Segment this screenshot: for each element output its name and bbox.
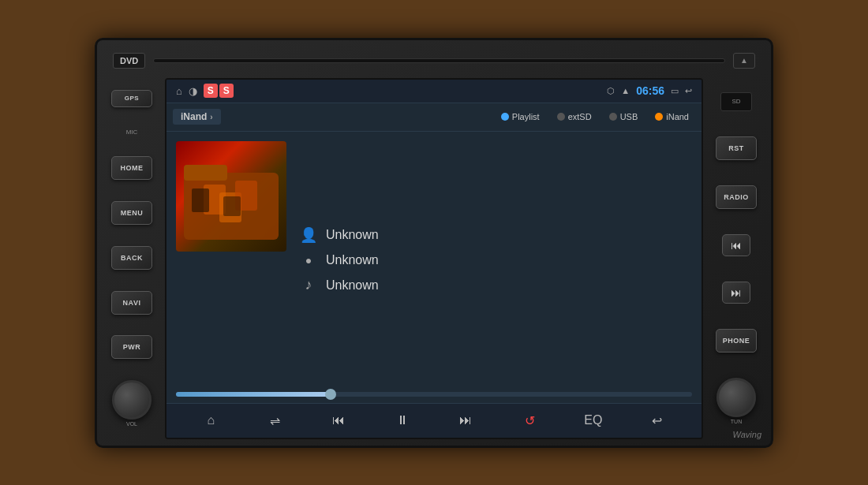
status-left-icons: ⌂ ◑ S S bbox=[176, 84, 234, 98]
album-row: ● Unknown bbox=[299, 253, 692, 267]
tab-group: Playlist extSD USB iNand bbox=[495, 110, 695, 124]
menu-button[interactable]: MENU bbox=[111, 201, 152, 225]
back-button[interactable]: BACK bbox=[111, 246, 152, 270]
home-icon: ⌂ bbox=[176, 85, 182, 97]
home-button[interactable]: HOME bbox=[111, 156, 152, 180]
sd-slot: SD bbox=[720, 92, 752, 111]
ss-logo: S S bbox=[204, 84, 234, 98]
home-ctrl-button[interactable]: ⌂ bbox=[196, 406, 225, 435]
ss-badge-1: S bbox=[204, 84, 218, 98]
status-right-icons: ⬡ ▲ 06:56 ▭ ↩ bbox=[607, 84, 692, 97]
left-panel: GPS MIC HOME MENU BACK NAVI PWR VOL bbox=[103, 78, 160, 439]
tab-label-extsd: extSD bbox=[568, 112, 592, 121]
tab-dot-inand bbox=[655, 113, 663, 121]
time-display: 06:56 bbox=[636, 84, 664, 97]
progress-thumb bbox=[325, 389, 336, 400]
watermark: Waving bbox=[733, 430, 761, 439]
back-ctrl-button[interactable]: ↩ bbox=[643, 406, 672, 435]
car-unit: DVD ▲ GPS MIC HOME MENU BACK NAVI PWR bbox=[95, 38, 773, 448]
back-nav-icon: ↩ bbox=[685, 86, 692, 96]
progress-bar[interactable] bbox=[176, 392, 692, 397]
album-text: Unknown bbox=[326, 253, 379, 267]
status-bar: ⌂ ◑ S S ⬡ ▲ 06:56 ▭ ↩ bbox=[166, 80, 702, 103]
svg-rect-1 bbox=[184, 165, 227, 181]
gps-button[interactable]: GPS bbox=[111, 90, 152, 107]
artist-text: Unknown bbox=[326, 228, 379, 242]
tab-label-inand: iNand bbox=[666, 112, 689, 121]
music-icon: ♪ bbox=[299, 277, 318, 293]
tab-inand[interactable]: iNand bbox=[649, 110, 695, 124]
progress-fill bbox=[176, 392, 331, 397]
rst-button[interactable]: RST bbox=[716, 136, 757, 160]
phone-button[interactable]: PHONE bbox=[716, 329, 757, 353]
ss-badge-2: S bbox=[219, 84, 234, 98]
artist-icon: 👤 bbox=[299, 226, 318, 244]
tab-dot-extsd bbox=[557, 113, 565, 121]
tuning-knob[interactable] bbox=[716, 378, 756, 417]
main-section: GPS MIC HOME MENU BACK NAVI PWR VOL bbox=[103, 78, 765, 439]
content-area: 👤 Unknown ● Unknown ♪ Unknown bbox=[166, 132, 702, 389]
play-pause-button[interactable]: ⏸ bbox=[388, 406, 417, 435]
tun-label: TUN bbox=[731, 419, 742, 424]
pwr-button[interactable]: PWR bbox=[111, 335, 152, 359]
prev-button[interactable]: ⏮ bbox=[324, 406, 353, 435]
volume-knob[interactable] bbox=[112, 380, 152, 420]
right-panel: SD RST RADIO ⏮ ⏭ PHONE TUN bbox=[708, 78, 765, 439]
top-strip: DVD ▲ bbox=[103, 47, 765, 75]
tab-label-playlist: Playlist bbox=[512, 112, 540, 121]
title-row: ♪ Unknown bbox=[299, 277, 692, 293]
mic-label: MIC bbox=[126, 129, 138, 136]
eject-button[interactable]: ▲ bbox=[733, 53, 755, 69]
source-label[interactable]: iNand › bbox=[173, 109, 221, 125]
source-arrow: › bbox=[210, 113, 212, 121]
album-art-svg bbox=[176, 141, 286, 252]
title-text: Unknown bbox=[326, 278, 379, 293]
next-button[interactable]: ⏭ bbox=[451, 406, 480, 435]
dvd-label: DVD bbox=[113, 53, 145, 69]
album-art bbox=[176, 141, 286, 252]
controls-bar: ⌂ ⇌ ⏮ ⏸ ⏭ ↺ EQ ↩ bbox=[166, 403, 702, 438]
tab-extsd[interactable]: extSD bbox=[551, 110, 598, 124]
track-info: 👤 Unknown ● Unknown ♪ Unknown bbox=[299, 141, 692, 379]
wifi-icon: ▲ bbox=[621, 86, 630, 95]
brightness-icon: ◑ bbox=[189, 85, 197, 97]
main-screen: ⌂ ◑ S S ⬡ ▲ 06:56 ▭ ↩ iNan bbox=[165, 78, 703, 439]
loop-button[interactable]: ↺ bbox=[515, 406, 544, 435]
cast-icon: ▭ bbox=[671, 86, 679, 96]
tab-playlist[interactable]: Playlist bbox=[495, 110, 546, 124]
album-icon: ● bbox=[299, 254, 318, 267]
shuffle-button[interactable]: ⇌ bbox=[260, 406, 289, 435]
tab-usb[interactable]: USB bbox=[603, 110, 645, 124]
progress-section bbox=[166, 389, 702, 403]
eq-button[interactable]: EQ bbox=[579, 406, 608, 435]
prev-track-button[interactable]: ⏮ bbox=[722, 234, 750, 256]
vol-label: VOL bbox=[126, 421, 137, 427]
svg-rect-6 bbox=[223, 196, 241, 216]
artist-row: 👤 Unknown bbox=[299, 226, 692, 244]
tab-label-usb: USB bbox=[620, 112, 638, 121]
tab-dot-playlist bbox=[501, 113, 509, 121]
tab-dot-usb bbox=[609, 113, 617, 121]
next-track-button[interactable]: ⏭ bbox=[722, 282, 750, 304]
radio-button[interactable]: RADIO bbox=[716, 185, 757, 209]
dvd-slot bbox=[153, 58, 725, 63]
navi-button[interactable]: NAVI bbox=[111, 291, 152, 315]
source-tabs: iNand › Playlist extSD USB bbox=[166, 103, 702, 132]
bluetooth-icon: ⬡ bbox=[607, 86, 615, 96]
svg-rect-5 bbox=[192, 188, 209, 212]
